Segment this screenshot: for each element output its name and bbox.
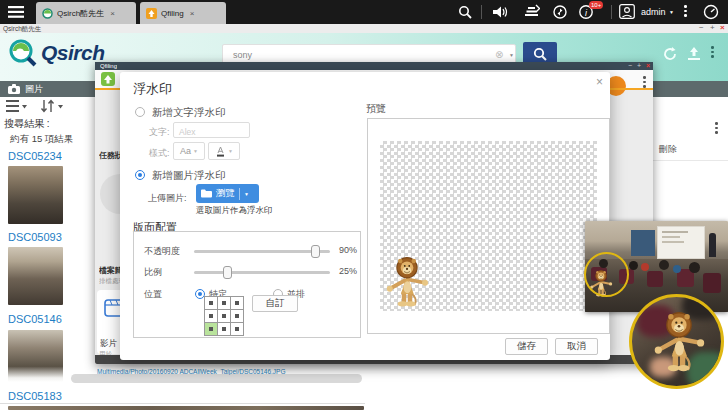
result-thumbnail[interactable]	[8, 330, 63, 382]
position-cell[interactable]	[230, 296, 244, 310]
font-style-button[interactable]: Aa ▼	[173, 142, 205, 160]
custom-button-label: 自訂	[266, 297, 285, 310]
position-cell[interactable]	[217, 296, 231, 310]
view-mode-icon[interactable]	[6, 100, 28, 113]
position-cell[interactable]	[204, 309, 218, 323]
preview-more-icon[interactable]	[715, 122, 718, 134]
stage-backdrop	[631, 230, 655, 256]
watermark-lion-preview	[384, 255, 430, 309]
user-menu[interactable]: admin	[641, 7, 666, 17]
text-watermark-radio[interactable]	[135, 107, 145, 117]
result-thumbnail[interactable]	[8, 247, 63, 305]
opacity-slider-handle[interactable]	[311, 245, 320, 258]
refresh-icon[interactable]	[662, 46, 678, 62]
close-button[interactable]: ×	[720, 24, 725, 32]
result-link[interactable]: DSC05093	[8, 231, 62, 243]
custom-button[interactable]: 自訂	[252, 295, 298, 312]
save-button[interactable]: 儲存	[505, 338, 548, 355]
opacity-label: 不透明度	[144, 245, 180, 258]
result-link[interactable]: DSC05183	[8, 390, 62, 402]
scale-slider-handle[interactable]	[223, 266, 232, 279]
system-top-bar: Qsirch酷先生 × Qfiling × i 10+	[0, 0, 728, 24]
dialog-close-icon[interactable]: ×	[596, 75, 603, 89]
divider	[611, 5, 612, 19]
tab-qsirch[interactable]: Qsirch酷先生 ×	[36, 2, 136, 24]
cancel-button[interactable]: 取消	[555, 338, 598, 355]
dashboard-icon[interactable]	[702, 4, 720, 20]
position-cell-selected[interactable]	[204, 322, 218, 336]
search-icon	[533, 47, 547, 61]
maximize-button[interactable]: +	[710, 24, 715, 32]
watermark-magnifier	[629, 294, 724, 389]
upload-image-label: 上傳圖片:	[148, 192, 187, 205]
position-label: 位置	[144, 288, 162, 301]
result-thumbnail[interactable]	[8, 406, 364, 410]
more-options-icon[interactable]	[684, 5, 687, 17]
position-cell[interactable]	[204, 296, 218, 310]
qfiling-logo-icon	[101, 72, 115, 86]
sync-icon[interactable]	[552, 4, 568, 20]
sort-icon[interactable]	[40, 99, 64, 113]
text-field-label: 文字:	[149, 126, 170, 139]
divider	[239, 188, 240, 200]
watermark-text-placeholder: Alex	[179, 127, 196, 137]
preview-panel	[367, 118, 610, 334]
close-button[interactable]: ×	[646, 62, 650, 70]
preview-label: 預覽	[366, 102, 386, 116]
category-tab-images[interactable]: 圖片	[25, 83, 43, 96]
result-thumbnail[interactable]	[8, 166, 63, 224]
result-link[interactable]: DSC05234	[8, 150, 62, 162]
projector-screen	[657, 226, 705, 259]
result-link[interactable]: DSC05146	[8, 313, 62, 325]
image-watermark-label: 新增圖片浮水印	[152, 169, 226, 183]
scale-value: 25%	[339, 266, 357, 276]
save-button-label: 儲存	[517, 340, 536, 353]
watermark-text-input[interactable]: Alex	[173, 122, 250, 138]
horizontal-scrollbar[interactable]	[71, 374, 362, 383]
file-path-link[interactable]: Multimedia/Photo/20160920 ADCAllWeek_Tai…	[97, 368, 313, 375]
delete-label[interactable]: 刪除	[659, 143, 677, 156]
image-watermark-radio[interactable]	[135, 170, 145, 180]
tab-label: Qsirch酷先生	[57, 8, 104, 19]
position-cell[interactable]	[230, 309, 244, 323]
position-cell[interactable]	[217, 322, 231, 336]
tab-label: Qfiling	[161, 9, 184, 18]
opacity-slider[interactable]	[194, 250, 330, 253]
qsirch-window-titlebar: Qsirch酷先生 − + ×	[0, 24, 728, 33]
text-color-icon	[215, 146, 226, 157]
chevron-down-icon: ▼	[193, 148, 198, 154]
tab-close-icon[interactable]: ×	[190, 9, 195, 18]
notification-badge: 10+	[589, 1, 603, 9]
chevron-down-icon: ▼	[244, 191, 249, 197]
qsirch-more-icon[interactable]	[711, 46, 714, 58]
position-cell[interactable]	[230, 322, 244, 336]
qfiling-more-icon[interactable]	[643, 76, 646, 88]
tab-close-icon[interactable]: ×	[110, 9, 115, 18]
volume-icon[interactable]	[493, 5, 510, 19]
tab-qfiling[interactable]: Qfiling ×	[140, 2, 226, 24]
layout-box: 不透明度 90% 比例 25% 位置 特定 並排	[133, 231, 361, 338]
user-icon[interactable]	[619, 4, 635, 19]
background-tasks-icon[interactable]	[524, 4, 540, 19]
scale-slider[interactable]	[194, 271, 330, 274]
minimize-button[interactable]: −	[628, 62, 632, 70]
browse-button-label: 瀏覽	[216, 187, 235, 200]
cancel-button-label: 取消	[567, 340, 586, 353]
search-value: sony	[233, 50, 252, 60]
global-search-icon[interactable]	[458, 5, 472, 19]
search-clear-icon[interactable]: ⊗	[495, 49, 503, 60]
folder-icon	[201, 189, 212, 198]
search-dropdown-icon[interactable]: ▼	[509, 52, 514, 58]
dialog-title: 浮水印	[133, 80, 172, 98]
speaker-figure	[709, 233, 716, 257]
maximize-button[interactable]: +	[637, 62, 641, 70]
main-menu-icon[interactable]	[8, 6, 24, 18]
watermark-lion-magnified	[652, 309, 706, 375]
position-cell[interactable]	[217, 309, 231, 323]
scale-label: 比例	[144, 266, 162, 279]
divider	[650, 160, 728, 161]
browse-button[interactable]: 瀏覽 ▼	[196, 184, 259, 203]
upload-icon[interactable]	[686, 46, 702, 62]
font-color-button[interactable]: ▼	[208, 142, 240, 160]
minimize-button[interactable]: −	[699, 24, 704, 32]
